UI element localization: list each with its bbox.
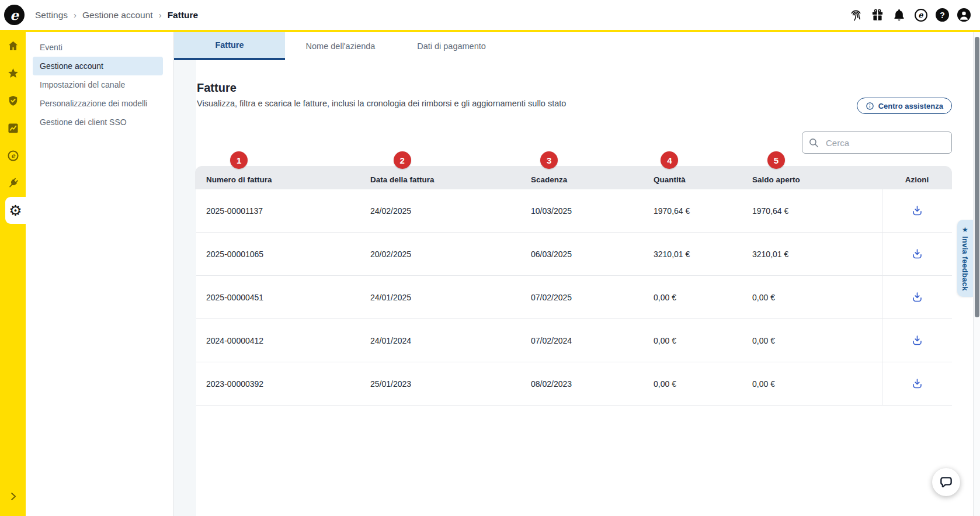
sidebar-item-personalizzazione-modelli[interactable]: Personalizzazione dei modelli <box>26 94 163 113</box>
content-left-strip <box>174 60 196 516</box>
open-balance-cell: 0,00 € <box>752 293 882 302</box>
gift-icon[interactable] <box>871 8 884 22</box>
amount-cell: 0,00 € <box>654 336 752 345</box>
download-icon <box>911 378 923 390</box>
breadcrumb-separator-icon: › <box>74 10 77 20</box>
column-header-numero: 1Numero di fattura <box>195 175 370 184</box>
chat-launcher-button[interactable] <box>932 468 960 496</box>
help-icon[interactable]: ? <box>936 8 949 22</box>
open-balance-cell: 0,00 € <box>752 379 882 389</box>
amount-cell: 0,00 € <box>654 379 752 389</box>
search-input[interactable] <box>826 138 946 148</box>
invoice-date-cell: 25/01/2023 <box>370 379 531 389</box>
table-row: 2025-00000451 24/01/2025 07/02/2025 0,00… <box>195 276 952 319</box>
breadcrumb-settings[interactable]: Settings <box>35 10 68 20</box>
home-icon[interactable] <box>0 32 26 60</box>
chevron-right-icon[interactable] <box>0 486 26 507</box>
search-box[interactable] <box>802 131 952 154</box>
svg-text:e: e <box>11 152 16 160</box>
brand-e-icon[interactable]: e <box>914 8 927 22</box>
topbar-actions: e ? <box>849 8 980 22</box>
column-header-scadenza: 3Scadenza <box>531 175 654 184</box>
table-header: 1Numero di fattura 2Data della fattura 3… <box>195 166 952 189</box>
breadcrumb-separator-icon: › <box>159 10 162 20</box>
invoice-number-cell: 2025-00000451 <box>195 293 370 302</box>
column-header-quantita: 4Quantità <box>654 175 752 184</box>
info-icon <box>866 102 874 110</box>
vertical-scrollbar[interactable] <box>973 32 980 516</box>
amount-cell: 3210,01 € <box>654 250 752 259</box>
download-icon <box>911 248 923 260</box>
download-invoice-button[interactable] <box>908 331 927 351</box>
brand-logo-icon[interactable]: e <box>4 5 25 25</box>
search-icon <box>808 137 819 148</box>
invoice-date-cell: 24/01/2025 <box>370 293 531 302</box>
tab-dati-pagamento[interactable]: Dati di pagamento <box>396 32 507 60</box>
breadcrumb-gestione-account[interactable]: Gestione account <box>82 10 153 20</box>
invoice-number-cell: 2025-00001137 <box>195 206 370 216</box>
sidebar-item-eventi[interactable]: Eventi <box>26 38 163 57</box>
analytics-icon[interactable] <box>0 115 26 142</box>
table-row: 2024-00000412 24/01/2024 07/02/2024 0,00… <box>195 319 952 362</box>
star-icon: ★ <box>962 226 968 233</box>
tab-fatture[interactable]: Fatture <box>174 32 285 60</box>
invoice-number-cell: 2024-00000412 <box>195 336 370 345</box>
main-content: Fatture Nome dell'azienda Dati di pagame… <box>174 32 973 516</box>
column-header-data: 2Data della fattura <box>370 175 531 184</box>
tab-nome-azienda[interactable]: Nome dell'azienda <box>285 32 396 60</box>
step-badge-4: 4 <box>661 151 678 169</box>
due-date-cell: 07/02/2025 <box>531 293 654 302</box>
table-row: 2025-00001065 20/02/2025 06/03/2025 3210… <box>195 233 952 276</box>
fingerprint-icon[interactable] <box>849 8 863 22</box>
open-balance-cell: 1970,64 € <box>752 206 882 216</box>
invoice-date-cell: 20/02/2025 <box>370 250 531 259</box>
breadcrumb: Settings › Gestione account › Fatture <box>35 10 198 20</box>
plug-icon[interactable] <box>0 169 26 197</box>
breadcrumb-current: Fatture <box>168 10 199 20</box>
settings-gear-icon[interactable]: ⚙ <box>5 197 26 224</box>
account-icon[interactable] <box>957 8 971 22</box>
due-date-cell: 10/03/2025 <box>531 206 654 216</box>
page-title: Fatture <box>197 81 952 95</box>
invoices-table: 1Numero di fattura 2Data della fattura 3… <box>195 166 952 406</box>
sidebar-item-gestione-client-sso[interactable]: Gestione dei client SSO <box>26 113 163 131</box>
download-invoice-button[interactable] <box>908 244 927 264</box>
download-icon <box>911 205 923 217</box>
send-feedback-tab[interactable]: ★ Invia feedback <box>957 220 973 297</box>
due-date-cell: 08/02/2023 <box>531 379 654 389</box>
open-balance-cell: 0,00 € <box>752 336 882 345</box>
help-center-button[interactable]: Centro assistenza <box>857 98 952 114</box>
download-icon <box>911 291 923 303</box>
due-date-cell: 06/03/2025 <box>531 250 654 259</box>
chat-bubble-icon <box>939 475 954 490</box>
due-date-cell: 07/02/2024 <box>531 336 654 345</box>
page-description: Visualizza, filtra e scarica le fatture,… <box>197 99 952 108</box>
page-head: Fatture Visualizza, filtra e scarica le … <box>197 81 952 108</box>
search-row <box>174 131 952 154</box>
topbar: e Settings › Gestione account › Fatture <box>0 0 980 32</box>
avatar <box>957 8 971 22</box>
tabbar: Fatture Nome dell'azienda Dati di pagame… <box>174 32 973 60</box>
invoice-number-cell: 2025-00001065 <box>195 250 370 259</box>
help-center-label: Centro assistenza <box>878 102 943 110</box>
step-badge-3: 3 <box>540 151 558 169</box>
table-row: 2025-00001137 24/02/2025 10/03/2025 1970… <box>195 189 952 233</box>
download-icon <box>911 334 923 347</box>
brand-e-icon[interactable]: e <box>0 142 26 169</box>
scrollbar-thumb[interactable] <box>975 37 979 317</box>
sidebar-item-gestione-account[interactable]: Gestione account <box>33 57 163 75</box>
amount-cell: 0,00 € <box>654 293 752 302</box>
invoice-date-cell: 24/01/2024 <box>370 336 531 345</box>
download-invoice-button[interactable] <box>908 288 927 307</box>
sidebar-item-impostazioni-canale[interactable]: Impostazioni del canale <box>26 75 163 94</box>
download-invoice-button[interactable] <box>908 374 927 394</box>
bell-icon[interactable] <box>892 8 906 22</box>
amount-cell: 1970,64 € <box>654 206 752 216</box>
step-badge-1: 1 <box>230 151 248 169</box>
shield-check-icon[interactable] <box>0 87 26 115</box>
column-header-saldo: 5Saldo aperto <box>752 175 882 184</box>
star-icon[interactable] <box>0 60 26 87</box>
send-feedback-label: Invia feedback <box>961 236 969 291</box>
download-invoice-button[interactable] <box>908 201 927 221</box>
open-balance-cell: 3210,01 € <box>752 250 882 259</box>
